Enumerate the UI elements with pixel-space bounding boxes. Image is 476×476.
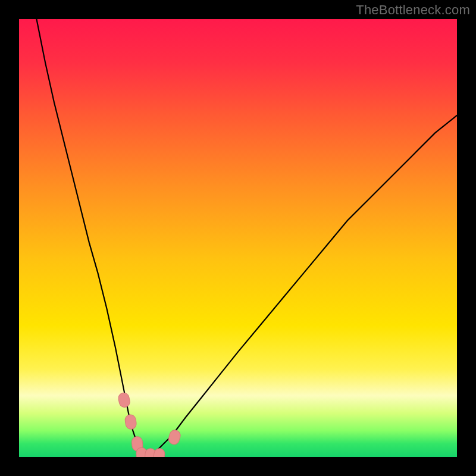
bottleneck-curve-chart — [19, 19, 457, 457]
chart-frame: TheBottleneck.com — [0, 0, 476, 476]
gradient-background — [19, 19, 457, 457]
watermark-text: TheBottleneck.com — [356, 2, 470, 18]
plot-area — [19, 19, 457, 457]
